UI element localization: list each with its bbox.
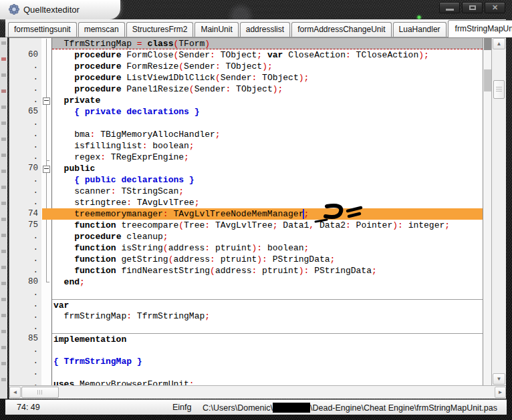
- code-token: );: [418, 50, 429, 60]
- source-editor: 60....65....70...7475....80....85.... Tf…: [9, 37, 506, 399]
- code-line[interactable]: procedure FormResize(Sender: TObject);: [52, 61, 483, 72]
- code-line[interactable]: procedure ListView1DblClick(Sender: TObj…: [52, 72, 483, 83]
- code-line[interactable]: procedure cleanup;: [52, 231, 483, 242]
- code-token: [53, 254, 74, 264]
- code-line[interactable]: bma: TBigMemoryAllocHandler;: [52, 129, 483, 140]
- code-token: ;: [163, 232, 168, 242]
- gutter-line-number: .: [9, 61, 41, 72]
- code-token: TAvgLvlTree: [210, 220, 273, 230]
- gutter-line-number: .: [9, 152, 41, 163]
- left-strip-mark: [1, 186, 6, 189]
- code-token: procedure: [74, 61, 121, 71]
- gutter-line-number: 65: [9, 106, 41, 118]
- tab-MainUnit[interactable]: MainUnit: [195, 22, 238, 37]
- left-strip-mark: [1, 314, 6, 317]
- code-line[interactable]: function treecompare(Tree: TAvgLvlTree; …: [52, 220, 483, 231]
- code-token: address: [215, 266, 252, 276]
- tab-formAddressChangeUnit[interactable]: formAddressChangeUnit: [291, 22, 391, 37]
- code-line[interactable]: treememorymanager: TAvgLvlTreeNodeMemMan…: [52, 208, 483, 220]
- code-token: [53, 107, 74, 117]
- code-line[interactable]: regex: TRegExprEngine;: [52, 152, 483, 163]
- code-token: stringtree: [53, 198, 126, 208]
- fold-collapse-icon[interactable]: [43, 166, 50, 173]
- minimize-button[interactable]: [439, 2, 460, 13]
- code-line[interactable]: public: [52, 163, 483, 174]
- code-token: bma: [53, 130, 90, 140]
- code-token: ):: [392, 220, 403, 230]
- code-line[interactable]: function findNearestString(address: ptru…: [52, 265, 483, 276]
- code-line[interactable]: [52, 288, 483, 299]
- tab-addresslist[interactable]: addresslist: [240, 22, 290, 37]
- code-token: );: [262, 61, 273, 71]
- file-path: C:\Users\Domenic\\Dead-Engine\Cheat Engi…: [203, 403, 497, 413]
- code-line[interactable]: function isString(address: ptruint): boo…: [52, 242, 483, 254]
- gutter-line-number: .: [9, 197, 41, 208]
- code-line[interactable]: { public declarations }: [52, 174, 483, 186]
- left-strip-mark: [1, 234, 6, 237]
- tab-LuaHandler[interactable]: LuaHandler: [393, 22, 446, 37]
- code-line[interactable]: { private declarations }: [52, 106, 483, 118]
- gear-flower-icon[interactable]: [9, 4, 19, 15]
- code-token: ;: [178, 186, 184, 196]
- code-line[interactable]: function getString(address: ptruint): PS…: [52, 254, 483, 265]
- code-token: ;: [273, 220, 278, 230]
- code-line[interactable]: TfrmStringMap = class(TForm): [52, 38, 483, 49]
- code-line[interactable]: isfillinglist: boolean;: [52, 140, 483, 152]
- code-line[interactable]: procedure FormClose(Sender: TObject; var…: [52, 49, 483, 61]
- code-token: ;: [330, 254, 336, 264]
- code-token: function: [74, 220, 116, 230]
- code-token: ;: [195, 198, 200, 208]
- code-token: implementation: [53, 335, 126, 345]
- code-token: ;: [189, 379, 195, 385]
- code-line[interactable]: end;: [52, 276, 483, 288]
- vertical-scroll-thumb[interactable]: [493, 80, 505, 99]
- scroll-up-button[interactable]: ▲: [493, 38, 505, 49]
- gutter-line-number: 75: [9, 220, 41, 231]
- code-line[interactable]: [52, 367, 483, 379]
- fold-tick: [47, 282, 49, 282]
- horizontal-scroll-thumb[interactable]: [21, 387, 59, 398]
- close-button[interactable]: ✕: [485, 2, 505, 13]
- tab-memscan[interactable]: memscan: [78, 22, 125, 37]
- left-strip-mark: [1, 170, 6, 173]
- code-line[interactable]: implementation: [52, 333, 483, 345]
- code-token: ;: [444, 220, 450, 230]
- code-token: { TfrmStringMap }: [53, 357, 142, 367]
- scroll-right-button[interactable]: ►: [495, 387, 506, 398]
- code-token: [53, 266, 74, 276]
- left-strip-mark: [1, 250, 6, 253]
- scroll-left-button[interactable]: ◄: [9, 387, 21, 398]
- left-strip-mark: [1, 41, 6, 45]
- code-line[interactable]: procedure Panel1Resize(Sender: TObject);: [52, 83, 483, 95]
- code-token: ;: [257, 50, 262, 60]
- gutter-line-number: .: [9, 83, 41, 95]
- code-line[interactable]: { TfrmStringMap }: [52, 356, 483, 367]
- tab-frmStringMapUnit[interactable]: frmStringMapUnit: [448, 20, 512, 37]
- gutter-line-number: .: [9, 310, 41, 322]
- code-line[interactable]: stringtree: TAvgLvlTree;: [52, 197, 483, 208]
- code-line[interactable]: uses MemoryBrowserFormUnit;: [52, 379, 483, 385]
- code-token: isString: [116, 243, 163, 253]
- code-line[interactable]: frmStringMap: TfrmStringMap;: [52, 310, 483, 322]
- left-strip-mark: [1, 154, 6, 157]
- code-token: Sender: [221, 73, 252, 83]
- code-line[interactable]: private: [52, 95, 483, 106]
- code-token: :: [210, 254, 215, 264]
- code-line[interactable]: [52, 345, 483, 356]
- maximize-button[interactable]: [462, 2, 483, 13]
- code-line[interactable]: var: [52, 299, 483, 310]
- horizontal-scrollbar[interactable]: ◄ ►: [9, 385, 506, 399]
- code-line[interactable]: [52, 322, 483, 333]
- code-token: procedure: [74, 232, 121, 242]
- code-token: ,: [309, 220, 314, 230]
- fold-collapse-icon[interactable]: [43, 97, 50, 105]
- code-line[interactable]: scanner: TStringScan;: [52, 186, 483, 197]
- code-line[interactable]: [52, 118, 483, 129]
- code-token: Sender: [178, 50, 210, 60]
- scroll-down-button[interactable]: ▼: [493, 373, 505, 385]
- code-token: TObject: [221, 61, 262, 71]
- tab-formsettingsunit[interactable]: formsettingsunit: [8, 22, 77, 37]
- tab-StructuresFrm2[interactable]: StructuresFrm2: [126, 22, 194, 37]
- vertical-scrollbar[interactable]: ▲ ▼: [491, 38, 506, 385]
- code-token: function: [74, 266, 116, 276]
